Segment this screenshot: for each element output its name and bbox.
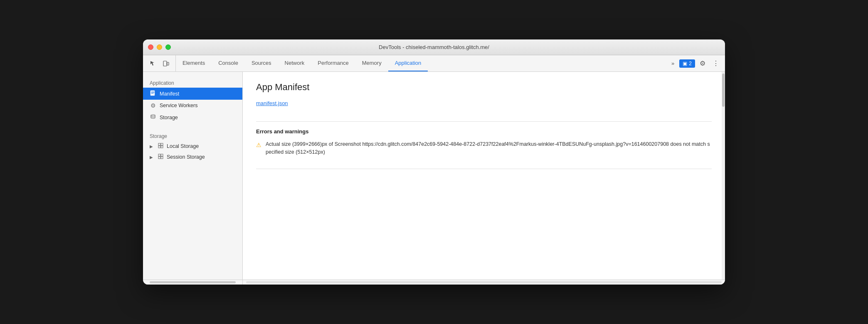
svg-rect-10	[158, 157, 160, 159]
sidebar-item-session-storage[interactable]: ▶ Session Storage	[143, 152, 242, 162]
svg-rect-0	[163, 61, 167, 66]
devtools-window: DevTools - chiseled-mammoth-talos.glitch…	[143, 39, 725, 285]
svg-point-3	[151, 115, 155, 116]
section-divider-bottom	[256, 169, 712, 169]
svg-rect-4	[158, 143, 160, 145]
main-panel-scrollbar[interactable]	[722, 72, 725, 280]
sidebar-manifest-label: Manifest	[160, 91, 179, 97]
tab-list: Elements Console Sources Network Perform…	[176, 55, 665, 71]
section-divider	[256, 121, 712, 122]
sidebar-item-service-workers[interactable]: ⚙ Service Workers	[143, 100, 242, 111]
panel-title: App Manifest	[256, 82, 712, 93]
storage-icon	[150, 114, 156, 121]
toolbar-icon-group	[143, 55, 176, 71]
tab-memory[interactable]: Memory	[355, 55, 388, 71]
session-storage-arrow-icon: ▶	[150, 155, 155, 160]
manifest-link[interactable]: manifest.json	[256, 100, 288, 106]
sidebar: Application Manifest ⚙ Service Workers	[143, 72, 243, 280]
svg-rect-7	[161, 146, 163, 148]
minimize-button[interactable]	[157, 44, 162, 50]
badge-icon: ▣	[683, 61, 687, 66]
main-scrollbar-track	[243, 280, 725, 285]
session-storage-grid-icon	[158, 154, 163, 160]
sidebar-service-workers-label: Service Workers	[160, 103, 197, 108]
svg-rect-2	[150, 91, 155, 96]
tab-application[interactable]: Application	[388, 55, 428, 71]
local-storage-arrow-icon: ▶	[150, 144, 155, 149]
warning-icon: ⚠	[256, 141, 261, 150]
badge-count: 2	[689, 61, 692, 66]
tab-sources[interactable]: Sources	[245, 55, 278, 71]
errors-header: Errors and warnings	[256, 128, 712, 135]
svg-rect-6	[158, 146, 160, 148]
sidebar-scroll-thumb	[150, 281, 236, 283]
sidebar-item-manifest[interactable]: Manifest	[143, 88, 242, 100]
sidebar-session-storage-label: Session Storage	[167, 154, 205, 160]
scrollbar-thumb	[722, 74, 725, 107]
device-toolbar-icon[interactable]	[160, 58, 171, 69]
main-scroll-thumb	[246, 281, 722, 283]
main-panel: App Manifest manifest.json Errors and wa…	[243, 72, 725, 280]
toolbar: Elements Console Sources Network Perform…	[143, 55, 725, 72]
svg-rect-9	[161, 154, 163, 156]
error-item: ⚠ Actual size (3999×2666)px of Screensho…	[256, 140, 712, 156]
maximize-button[interactable]	[165, 44, 171, 50]
manifest-icon	[150, 90, 156, 97]
tab-network[interactable]: Network	[278, 55, 311, 71]
more-tabs-button[interactable]: »	[668, 60, 678, 66]
sidebar-scrollbar-track	[143, 280, 243, 285]
title-bar: DevTools - chiseled-mammoth-talos.glitch…	[143, 39, 725, 55]
traffic-lights	[148, 44, 171, 50]
errors-section: Errors and warnings ⚠ Actual size (3999×…	[256, 128, 712, 156]
footer-scrollbar	[143, 280, 725, 285]
sidebar-app-section-header: Application	[143, 77, 242, 88]
toolbar-right: » ▣ 2 ⚙ ⋮	[665, 55, 725, 71]
messages-badge-button[interactable]: ▣ 2	[679, 59, 695, 68]
tab-performance[interactable]: Performance	[311, 55, 355, 71]
main-content: Application Manifest ⚙ Service Workers	[143, 72, 725, 280]
sidebar-storage-label: Storage	[160, 115, 178, 120]
close-button[interactable]	[148, 44, 153, 50]
service-workers-icon: ⚙	[150, 102, 156, 109]
svg-rect-8	[158, 154, 160, 156]
inspect-icon[interactable]	[147, 58, 158, 69]
more-options-button[interactable]: ⋮	[710, 58, 722, 69]
tab-elements[interactable]: Elements	[176, 55, 212, 71]
panel-content: App Manifest manifest.json Errors and wa…	[243, 72, 725, 186]
window-title: DevTools - chiseled-mammoth-talos.glitch…	[379, 44, 489, 50]
svg-rect-11	[161, 157, 163, 159]
settings-button[interactable]: ⚙	[697, 58, 708, 69]
tab-console[interactable]: Console	[212, 55, 245, 71]
sidebar-local-storage-label: Local Storage	[167, 143, 199, 149]
sidebar-storage-section-header: Storage	[143, 130, 242, 141]
svg-rect-5	[161, 143, 163, 145]
error-text: Actual size (3999×2666)px of Screenshot …	[266, 140, 712, 156]
sidebar-item-local-storage[interactable]: ▶ Local Storage	[143, 141, 242, 152]
sidebar-item-storage[interactable]: Storage	[143, 111, 242, 123]
local-storage-grid-icon	[158, 143, 163, 150]
svg-rect-1	[167, 62, 169, 65]
